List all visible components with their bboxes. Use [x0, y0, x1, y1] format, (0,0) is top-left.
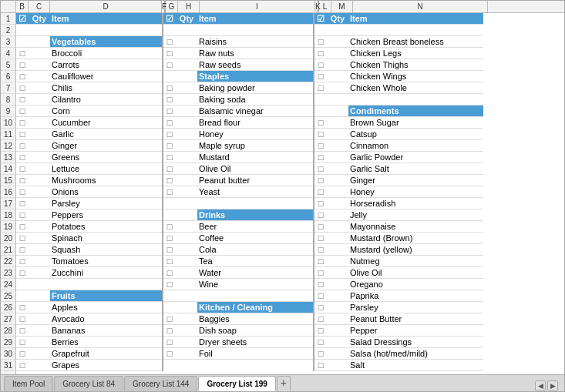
column-group-2: ☑ Qty Item □ Raisins: [163, 13, 314, 371]
scroll-right-button[interactable]: ▶: [547, 380, 558, 391]
tab-grocery-84[interactable]: Grocery List 84: [54, 376, 123, 391]
col-h-header: H: [178, 1, 200, 12]
column-headers: B C D F G H I K L M N: [16, 1, 564, 13]
row-1: [16, 25, 162, 36]
tab-grocery-144[interactable]: Grocery List 144: [124, 376, 197, 391]
col-g-header: G: [166, 1, 178, 12]
category-condiments: Condiments: [348, 106, 483, 117]
header-checkbox-1: ☑: [16, 13, 29, 25]
header-qty-1: Qty: [29, 13, 50, 25]
col-c-header: C: [29, 1, 50, 12]
col-i-header: I: [200, 1, 315, 12]
header-item-1: Item: [50, 13, 162, 25]
column-group-1: ☑ Qty Item Vegetables: [16, 13, 163, 371]
grid-area: 1 2 3 4 5 6 7 8 9 10 11 12 13 14 15 16 1…: [1, 1, 564, 374]
category-drinks: Drinks: [197, 209, 313, 221]
tab-grocery-199[interactable]: Grocery List 199: [198, 376, 275, 391]
scroll-left-button[interactable]: ◀: [535, 380, 546, 391]
col-d-header: D: [50, 1, 162, 12]
sheet-scroll-controls: ◀ ▶: [535, 380, 561, 391]
add-sheet-button[interactable]: +: [277, 376, 291, 391]
tab-item-pool[interactable]: Item Pool: [4, 376, 53, 391]
grid-content-area: B C D F G H I K L M N ☑: [16, 1, 564, 374]
tab-bar: Item Pool Grocery List 84 Grocery List 1…: [1, 374, 564, 391]
row-vegetables-header: Vegetables: [16, 36, 162, 48]
row-broccoli: □ Broccoli: [16, 48, 162, 59]
header-row-1: ☑ Qty Item: [16, 13, 162, 25]
row-numbers: 1 2 3 4 5 6 7 8 9 10 11 12 13 14 15 16 1…: [1, 1, 16, 374]
category-vegetables: Vegetables: [50, 36, 162, 48]
col-m-header: N: [353, 1, 488, 12]
spreadsheet: 1 2 3 4 5 6 7 8 9 10 11 12 13 14 15 16 1…: [0, 0, 565, 392]
all-columns: ☑ Qty Item Vegetables: [16, 13, 564, 371]
col-l-header: M: [331, 1, 353, 12]
column-group-3: ☑ Qty Item □ Chicken Breast bonele: [314, 13, 483, 371]
col-k-header: L: [319, 1, 331, 12]
category-fruits: Fruits: [50, 290, 162, 302]
category-staples: Staples: [197, 71, 313, 82]
category-kitchen: Kitchen / Cleaning: [197, 302, 313, 313]
col-b-header: B: [16, 1, 29, 12]
